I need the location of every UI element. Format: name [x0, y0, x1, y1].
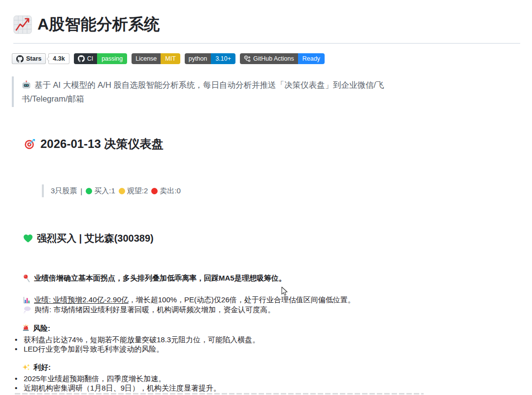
intro-text-line-1: 基于 AI 大模型的 A/H 股自选股智能分析系统，每日自动分析并推送「决策仪表…	[34, 78, 384, 92]
python-badge[interactable]: python 3.10+	[185, 53, 235, 64]
fundamental-rest-text: ，增长超100%，PE(动态)仅26倍，处于行业合理估值区间偏低位置。	[129, 295, 355, 304]
red-circle-icon	[151, 188, 158, 194]
summary-sell-label: 卖出:0	[160, 186, 181, 196]
page-header: A股智能分析系统	[13, 14, 160, 36]
risks-title: 风险:	[33, 323, 50, 333]
green-circle-icon	[86, 188, 92, 194]
license-badge-value: MIT	[161, 53, 180, 64]
ci-badge-label: CI	[87, 53, 94, 64]
stock-heading: 强烈买入 | 艾比森(300389)	[23, 232, 154, 245]
summary-buy-label: 买入:1	[94, 186, 115, 196]
target-icon	[24, 139, 35, 150]
intro-blockquote: 基于 AI 大模型的 A/H 股自选股智能分析系统，每日自动分析并推送「决策仪表…	[12, 76, 384, 107]
sentiment-line: 舆情: 市场情绪因业绩利好显著回暖，机构调研频次增加，资金认可度高。	[23, 305, 275, 315]
thesis-text: 业绩倍增确立基本面拐点，多头排列叠加低乖离率，回踩MA5是理想吸筹位。	[34, 273, 286, 283]
page-title: A股智能分析系统	[37, 14, 160, 36]
stars-badge[interactable]: Stars 4.3k	[12, 53, 69, 64]
github-actions-badge[interactable]: GitHub Actions Ready	[240, 53, 325, 64]
readme-page: A股智能分析系统 Stars 4.3k CI passing	[0, 0, 532, 395]
ci-badge[interactable]: CI passing	[74, 53, 128, 64]
positives-header: 利好:	[22, 362, 221, 372]
pushpin-icon	[23, 274, 31, 283]
summary-watch-label: 观望:2	[127, 186, 148, 196]
github-actions-icon	[244, 55, 251, 62]
dashboard-heading: 2026-01-13 决策仪表盘	[24, 136, 163, 152]
dashboard-heading-text: 2026-01-13 决策仪表盘	[40, 136, 163, 152]
intro-text-line-2: 书/Telegram/邮箱	[22, 92, 84, 106]
stock-count: 3只股票	[51, 186, 77, 196]
github-actions-badge-value: Ready	[298, 53, 325, 64]
yellow-circle-icon	[119, 188, 125, 194]
github-icon	[78, 55, 85, 62]
chart-increasing-icon	[13, 15, 32, 34]
bar-chart-icon	[23, 296, 31, 304]
title-divider	[13, 43, 520, 44]
stars-count: 4.3k	[48, 53, 69, 64]
robot-icon	[22, 80, 31, 89]
ci-badge-value: passing	[97, 53, 127, 64]
positive-item: 2025年业绩超预期翻倍，四季度增长加速。	[14, 374, 221, 384]
positives-title: 利好:	[33, 362, 51, 372]
clipped-bottom-line	[15, 393, 424, 395]
summary-sell: 卖出:0	[151, 186, 181, 196]
stock-heading-text: 强烈买入 | 艾比森(300389)	[37, 232, 154, 245]
police-light-icon	[22, 324, 30, 332]
badges-row: Stars 4.3k CI passing License MIT python	[12, 53, 325, 64]
risk-item: 获利盘占比达74%，短期若不能放量突破18.3元阻力位，可能陷入横盘。	[14, 335, 260, 345]
python-badge-label: python	[189, 53, 207, 64]
green-heart-icon	[23, 234, 33, 243]
summary-separator: |	[80, 187, 82, 195]
risk-item: LED行业竞争加剧导致毛利率波动的风险。	[14, 344, 260, 354]
summary-watch: 观望:2	[119, 186, 148, 196]
sparkles-icon	[22, 363, 30, 371]
risks-block: 风险: 获利盘占比达74%，短期若不能放量突破18.3元阻力位，可能陷入横盘。 …	[14, 323, 260, 354]
github-icon	[16, 55, 24, 63]
positive-item: 近期机构密集调研（1月8日、9日），机构关注度显著提升。	[14, 383, 221, 393]
summary-buy: 买入:1	[86, 186, 115, 196]
python-badge-value: 3.10+	[211, 53, 235, 64]
fundamental-underlined-text: 业绩: 业绩预增2.40亿-2.90亿	[34, 295, 129, 304]
positives-block: 利好: 2025年业绩超预期翻倍，四季度增长加速。 近期机构密集调研（1月8日、…	[14, 362, 221, 393]
positives-list: 2025年业绩超预期翻倍，四季度增长加速。 近期机构密集调研（1月8日、9日），…	[14, 374, 221, 393]
risks-list: 获利盘占比达74%，短期若不能放量突破18.3元阻力位，可能陷入横盘。 LED行…	[14, 335, 260, 354]
risks-header: 风险:	[22, 323, 260, 333]
summary-blockquote: 3只股票 | 买入:1 观望:2 卖出:0	[42, 184, 181, 197]
license-badge-label: License	[135, 53, 157, 64]
github-actions-badge-label: GitHub Actions	[253, 53, 294, 64]
stars-label: Stars	[26, 55, 41, 62]
fundamental-line: 业绩: 业绩预增2.40亿-2.90亿，增长超100%，PE(动态)仅26倍，处…	[23, 295, 355, 305]
sentiment-text: 舆情: 市场情绪因业绩利好显著回暖，机构调研频次增加，资金认可度高。	[34, 305, 275, 315]
thesis-line: 业绩倍增确立基本面拐点，多头排列叠加低乖离率，回踩MA5是理想吸筹位。	[23, 273, 286, 283]
thought-balloon-icon	[23, 306, 31, 314]
license-badge[interactable]: License MIT	[132, 53, 180, 64]
